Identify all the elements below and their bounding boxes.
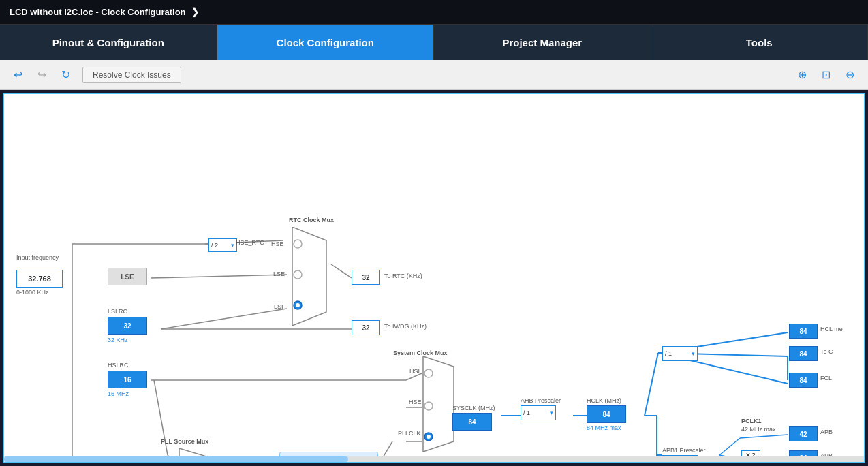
- undo-button[interactable]: ↩: [11, 67, 25, 82]
- tab-project[interactable]: Project Manager: [434, 25, 651, 60]
- sys-hsi-label: HSI: [409, 368, 420, 375]
- fclk-out-value: 84: [789, 373, 818, 388]
- resolve-clock-button[interactable]: Resolve Clock Issues: [82, 67, 181, 83]
- zoom-in-button[interactable]: ⊕: [795, 67, 809, 82]
- pclk1-max-label: 42 MHz max: [741, 426, 776, 433]
- rtc-output-label: To RTC (KHz): [384, 273, 422, 279]
- pclk1-value: 42: [789, 426, 818, 441]
- zoom-out-button[interactable]: ⊖: [843, 67, 857, 82]
- ahb-prescaler-group: AHB Prescaler / 1: [521, 397, 561, 420]
- sys-mux-shape: [420, 356, 457, 452]
- rtc-mux-label: RTC Clock Mux: [289, 217, 334, 223]
- scrollbar-thumb[interactable]: [4, 456, 348, 462]
- input-freq-1-value[interactable]: 32.768: [16, 270, 63, 288]
- hsi-rc-label: HSI RC: [108, 362, 129, 369]
- tab-tools[interactable]: Tools: [651, 25, 869, 60]
- rtc-mux-shape: [285, 227, 333, 326]
- lse-block[interactable]: LSE: [108, 268, 147, 285]
- svg-point-44: [296, 303, 300, 307]
- svg-line-3: [151, 275, 287, 278]
- lsi-line-label: LSI: [274, 303, 283, 310]
- hclk-out2-value: 84: [789, 346, 818, 361]
- rtc-output-value: 32: [352, 270, 380, 285]
- svg-point-41: [294, 240, 302, 248]
- svg-point-47: [424, 402, 433, 410]
- input-freq-1-unit: 0-1000 KHz: [16, 289, 49, 296]
- apb1-out-label: APB: [820, 429, 833, 435]
- nav-tabs: Pinout & Configuration Clock Configurati…: [0, 25, 868, 60]
- lsi-block[interactable]: 32: [108, 317, 147, 335]
- svg-line-4: [161, 309, 287, 329]
- svg-point-42: [294, 270, 302, 279]
- lsi-rc-label: LSI RC: [108, 308, 127, 315]
- sysclk-group: SYSCLK (MHz) 84: [452, 405, 495, 431]
- clock-diagram-canvas: Input frequency 32.768 0-1000 KHz LSE LS…: [3, 93, 865, 463]
- title-bar: LCD without I2C.ioc - Clock Configuratio…: [0, 0, 868, 25]
- hclk-group: HCLK (MHz) 84 84 MHz max: [587, 397, 626, 431]
- hclk-div1-dropdown[interactable]: / 1: [662, 346, 698, 361]
- horizontal-scrollbar[interactable]: [4, 456, 864, 462]
- sys-mux-label: System Clock Mux: [393, 350, 448, 356]
- lse-line-label: LSE: [273, 270, 285, 277]
- sys-pllclk-label: PLLCLK: [398, 430, 421, 437]
- hclk-out2-label: To C: [820, 348, 833, 355]
- hclk-value: 84: [587, 405, 626, 423]
- iwdg-output-label: To IWDG (KHz): [384, 323, 427, 330]
- svg-line-15: [645, 353, 658, 416]
- tab-clock[interactable]: Clock Configuration: [217, 25, 435, 60]
- svg-line-5: [331, 264, 352, 278]
- toolbar: ↩ ↪ ↻ Resolve Clock Issues ⊕ ⊡ ⊖: [0, 60, 868, 90]
- refresh-button[interactable]: ↻: [59, 67, 73, 82]
- tab-pinout[interactable]: Pinout & Configuration: [0, 25, 217, 60]
- pll-source-mux-label: PLL Source Mux: [161, 438, 208, 445]
- iwdg-output-value: 32: [352, 320, 380, 335]
- svg-line-23: [719, 438, 740, 455]
- pclk1-label: PCLK1: [741, 418, 762, 424]
- hse-div2-dropdown[interactable]: / 2: [208, 238, 237, 252]
- fit-button[interactable]: ⊡: [819, 67, 833, 82]
- hclk-out1-label: HCL me: [820, 326, 843, 332]
- hsi-freq: 16 MHz: [108, 390, 129, 397]
- hse-line-label: HSE: [271, 240, 284, 247]
- hclk-div1-group: / 1: [662, 346, 698, 361]
- redo-button[interactable]: ↪: [35, 67, 49, 82]
- hsi-block[interactable]: 16: [108, 371, 147, 388]
- chevron-icon: ❯: [191, 7, 199, 17]
- app-title: LCD without I2C.ioc - Clock Configuratio…: [10, 7, 186, 17]
- svg-point-49: [427, 435, 431, 439]
- input-freq-1-label: Input frequency: [16, 254, 59, 261]
- hse-rtc-label: HSE_RTC: [236, 239, 264, 246]
- lsi-rc-freq: 32 KHz: [108, 337, 128, 343]
- sysclk-value: 84: [452, 413, 492, 431]
- hclk-out1-value: 84: [789, 324, 818, 339]
- sys-hse-label: HSE: [409, 399, 422, 405]
- ahb-prescaler-dropdown[interactable]: / 1: [521, 405, 556, 420]
- svg-point-46: [424, 369, 433, 377]
- fclk-out-label: FCL: [820, 375, 832, 382]
- svg-line-24: [740, 435, 788, 438]
